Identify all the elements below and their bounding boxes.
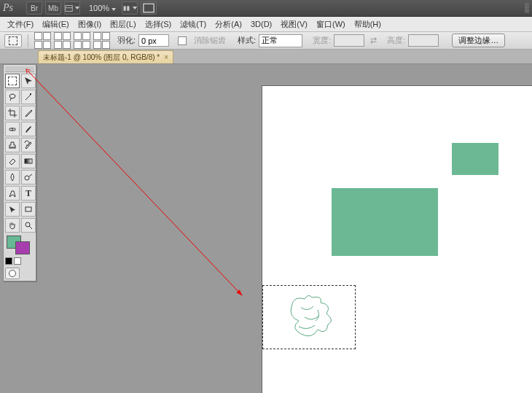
tool-eraser[interactable] (5, 154, 20, 168)
style-value: 正常 (262, 35, 278, 46)
tool-eyedropper[interactable] (21, 106, 36, 120)
selection-mode-new[interactable] (34, 32, 51, 49)
refine-edge-button[interactable]: 调整边缘… (452, 34, 505, 47)
bridge-button[interactable]: Br (26, 1, 42, 15)
tool-type[interactable]: T (21, 186, 36, 201)
antialias-label: 消除锯齿 (194, 35, 226, 46)
layout-icon (65, 4, 73, 12)
tool-preset-button[interactable] (4, 34, 22, 47)
menu-file[interactable]: 文件(F) (3, 17, 38, 31)
zoom-display[interactable]: 100% (89, 4, 116, 12)
svg-rect-7 (25, 159, 32, 163)
tool-path-select[interactable] (5, 202, 20, 217)
height-input (408, 34, 439, 47)
document-canvas[interactable] (262, 86, 532, 393)
arrange-icon (122, 4, 130, 12)
menu-window[interactable]: 窗口(W) (312, 17, 350, 31)
svg-rect-3 (127, 6, 129, 10)
crop-icon (7, 108, 17, 118)
canvas-area (40, 64, 529, 390)
eraser-icon (7, 156, 17, 166)
minibridge-button[interactable]: Mb (45, 1, 61, 15)
brush-icon (23, 124, 34, 134)
app-logo: Ps (3, 2, 13, 14)
menu-filter[interactable]: 滤镜(T) (176, 17, 211, 31)
svg-rect-4 (144, 4, 154, 12)
tool-brush[interactable] (21, 122, 36, 136)
document-tab-title: 未标题-1 @ 100% (图层 0, RGB/8) * (43, 52, 160, 63)
feather-label: 羽化: (117, 35, 136, 46)
lasso-icon (7, 92, 17, 102)
tool-shape[interactable] (21, 202, 36, 217)
stamp-icon (7, 140, 17, 150)
tool-dodge[interactable] (21, 170, 36, 184)
panel-handle-icon[interactable] (525, 3, 529, 13)
screenmode-icon (141, 1, 156, 15)
tool-magic-wand[interactable] (21, 90, 36, 104)
menu-edit[interactable]: 编辑(E) (38, 17, 74, 31)
dodge-icon (23, 172, 34, 182)
menu-layer[interactable]: 图层(L) (106, 17, 140, 31)
hand-icon (7, 220, 17, 230)
svg-rect-10 (26, 207, 31, 211)
separator (28, 34, 28, 47)
menu-analyze[interactable]: 分析(A) (211, 17, 246, 31)
antialias-checkbox (178, 36, 187, 45)
close-icon[interactable]: × (164, 53, 168, 61)
marquee-tool-icon (8, 77, 17, 85)
tool-zoom[interactable] (21, 218, 36, 233)
path-select-icon (7, 204, 17, 214)
arrange-button[interactable] (122, 1, 138, 15)
color-wells (5, 236, 34, 254)
layout-button[interactable] (64, 1, 80, 15)
tool-history-brush[interactable] (21, 138, 36, 152)
mb-label: Mb (48, 4, 58, 12)
svg-point-8 (25, 176, 29, 180)
svg-rect-0 (66, 5, 72, 11)
selection-mode-subtract[interactable] (74, 32, 90, 49)
shape-rectangle-large (332, 188, 438, 256)
move-icon (23, 76, 34, 86)
screenmode-button[interactable] (141, 1, 157, 15)
feather-input[interactable]: 0 px (138, 34, 169, 47)
menu-bar: 文件(F) 编辑(E) 图像(I) 图层(L) 选择(S) 滤镜(T) 分析(A… (0, 17, 532, 32)
shape-icon (23, 204, 34, 214)
background-color[interactable] (15, 241, 30, 254)
tool-crop[interactable] (5, 106, 20, 120)
selection-mode-intersect[interactable] (93, 32, 110, 49)
tool-stamp[interactable] (5, 138, 20, 152)
document-tab[interactable]: 未标题-1 @ 100% (图层 0, RGB/8) * × (38, 50, 173, 63)
menu-3d[interactable]: 3D(D) (246, 18, 276, 30)
menu-select[interactable]: 选择(S) (141, 17, 176, 31)
eyedropper-icon (23, 108, 34, 118)
width-label: 宽度: (313, 35, 331, 46)
zoom-icon (23, 220, 34, 230)
tool-hand[interactable] (5, 218, 20, 233)
menu-view[interactable]: 视图(V) (276, 17, 312, 31)
default-colors[interactable] (5, 257, 34, 265)
style-select[interactable]: 正常 (259, 34, 302, 47)
tool-healing[interactable] (5, 122, 20, 136)
wand-icon (23, 92, 34, 102)
shape-rectangle-small (452, 143, 498, 175)
width-input (334, 34, 364, 47)
tool-blur[interactable] (5, 170, 20, 184)
menu-help[interactable]: 帮助(H) (350, 17, 386, 31)
blur-icon (7, 172, 17, 182)
svg-rect-2 (124, 6, 126, 10)
tool-move[interactable] (21, 74, 36, 88)
toolbox-handle[interactable] (5, 66, 34, 72)
quickmask-button[interactable] (5, 268, 20, 279)
tool-lasso[interactable] (5, 90, 20, 104)
selection-mode-add[interactable] (54, 32, 71, 49)
style-label: 样式: (238, 35, 256, 46)
svg-line-9 (29, 174, 32, 176)
tool-pen[interactable] (5, 186, 20, 201)
document-tab-strip: 未标题-1 @ 100% (图层 0, RGB/8) * × (0, 50, 532, 64)
app-bar: Ps Br Mb 100% (0, 0, 532, 17)
menu-image[interactable]: 图像(I) (74, 17, 106, 31)
toolbox: T (3, 64, 36, 281)
tool-gradient[interactable] (21, 154, 36, 168)
tool-marquee[interactable] (5, 74, 20, 88)
options-bar: 羽化: 0 px 消除锯齿 样式: 正常 宽度: ⇄ 高度: 调整边缘… (0, 32, 532, 50)
